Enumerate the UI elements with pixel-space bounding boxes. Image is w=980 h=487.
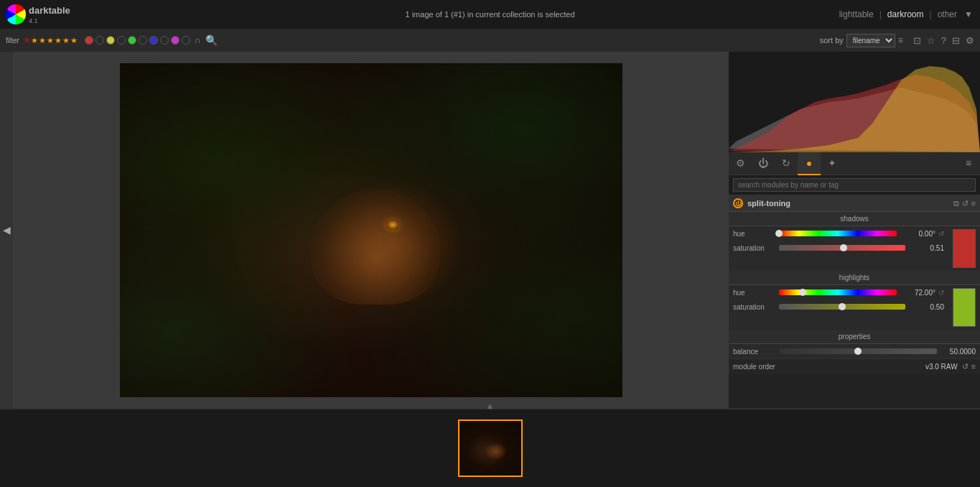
expand-icon[interactable]: ⊡ xyxy=(913,35,921,46)
highlights-hue-thumb[interactable] xyxy=(799,289,806,296)
shadows-hue-row: hue 0.00° ↺ xyxy=(729,226,948,241)
shadows-hue-reset[interactable]: ↺ xyxy=(938,230,944,238)
sort-section: sort by filename date rating ≡ xyxy=(820,34,903,47)
highlights-hue-label: hue xyxy=(733,289,776,297)
favorite-icon[interactable]: ☆ xyxy=(927,35,935,46)
sort-dropdown[interactable]: filename date rating xyxy=(846,34,895,47)
shadows-sat-value: 0.51 xyxy=(908,244,944,252)
filter-label: filter xyxy=(6,37,19,45)
intersect-icon[interactable]: ∩ xyxy=(195,35,201,45)
highlights-sat-thumb[interactable] xyxy=(839,303,846,310)
module-action-icons: ⧉ ↺ ≡ xyxy=(953,199,976,208)
tab-color[interactable]: ● xyxy=(798,152,821,175)
highlights-swatch-area: hue 72.00° ↺ saturation xyxy=(729,285,980,330)
nav-dropdown-button[interactable]: ▼ xyxy=(963,9,974,20)
nav-sep-1: | xyxy=(879,9,882,19)
star-2[interactable]: ★ xyxy=(39,36,46,45)
module-search-input[interactable] xyxy=(733,178,976,192)
tab-menu[interactable]: ≡ xyxy=(957,152,980,175)
darkroom-link[interactable]: darkroom xyxy=(887,9,924,19)
lighttable-link[interactable]: lighttable xyxy=(839,9,874,19)
highlights-hue-track xyxy=(779,289,897,295)
other-link[interactable]: other xyxy=(938,9,957,19)
color-filter-empty5[interactable] xyxy=(182,36,190,45)
star-6[interactable]: ★ xyxy=(70,36,78,45)
properties-section-header: properties xyxy=(729,330,980,344)
module-menu-icon[interactable]: ≡ xyxy=(971,199,976,208)
balance-slider[interactable] xyxy=(779,346,937,356)
right-panel: ⚙ ⏻ ↻ ● ✦ ≡ ⏻ split-toning ⧉ ↺ ≡ xyxy=(729,52,980,408)
prev-image-button[interactable]: ◀ xyxy=(0,52,13,408)
highlights-saturation-row: saturation 0.50 xyxy=(729,300,948,314)
module-order-reset-icon[interactable]: ↺ xyxy=(962,362,969,371)
shadows-hue-slider[interactable] xyxy=(779,228,897,238)
cat-face xyxy=(311,190,440,305)
color-filter-green[interactable] xyxy=(128,36,136,45)
shadows-hue-label: hue xyxy=(733,230,776,238)
color-filter-purple[interactable] xyxy=(171,36,179,45)
star-3[interactable]: ★ xyxy=(47,36,54,45)
module-order-menu-icon[interactable]: ≡ xyxy=(971,362,976,371)
shadows-color-swatch[interactable] xyxy=(953,229,976,268)
highlights-block: highlights hue 72.00° ↺ xyxy=(729,271,980,330)
reject-icon[interactable]: ✕ xyxy=(24,36,30,45)
histogram xyxy=(729,52,980,152)
highlights-color-swatch[interactable] xyxy=(953,288,976,327)
nav-links: lighttable | darkroom | other ▼ xyxy=(839,9,974,20)
module-reset-icon[interactable]: ↺ xyxy=(962,199,969,208)
metadata-icon[interactable]: ⊟ xyxy=(952,35,960,46)
search-button[interactable]: 🔍 xyxy=(205,34,218,46)
shadows-section-header: shadows xyxy=(729,212,980,226)
shadows-params: hue 0.00° ↺ saturation xyxy=(729,226,948,255)
highlights-hue-slider[interactable] xyxy=(779,287,897,297)
thumb-image xyxy=(459,421,521,476)
shadows-sat-thumb[interactable] xyxy=(840,244,847,251)
sort-asc-icon[interactable]: ≡ xyxy=(898,35,903,45)
shadows-saturation-row: saturation 0.51 xyxy=(729,241,948,255)
tab-active[interactable]: ⏻ xyxy=(752,152,775,175)
module-tabs: ⚙ ⏻ ↻ ● ✦ ≡ xyxy=(729,152,980,175)
main-content: ◀ ▶ ⚙ ⏻ xyxy=(0,52,980,408)
highlights-hue-reset[interactable]: ↺ xyxy=(938,289,944,297)
star-rating-filter[interactable]: ✕ ★ ★ ★ ★ ★ ★ xyxy=(24,36,78,45)
help-icon[interactable]: ? xyxy=(941,35,946,46)
shadows-sat-label: saturation xyxy=(733,244,776,252)
color-label-filters xyxy=(85,36,190,45)
settings-icon[interactable]: ⚙ xyxy=(966,35,974,46)
star-1[interactable]: ★ xyxy=(31,36,38,45)
color-filter-yellow[interactable] xyxy=(106,36,115,45)
main-image xyxy=(120,63,622,397)
tab-correct[interactable]: ✦ xyxy=(821,152,844,175)
toolbar-icons: ⊡ ☆ ? ⊟ ⚙ xyxy=(913,35,974,46)
cat-eye xyxy=(386,220,399,230)
split-toning-power-button[interactable]: ⏻ xyxy=(733,198,743,208)
module-copy-icon[interactable]: ⧉ xyxy=(953,199,959,208)
color-filter-empty4[interactable] xyxy=(160,36,169,45)
balance-thumb[interactable] xyxy=(854,348,862,355)
shadows-block: shadows hue 0.00° ↺ xyxy=(729,212,980,271)
tab-presets[interactable]: ↻ xyxy=(775,152,798,175)
shadows-hue-track xyxy=(779,231,897,236)
shadows-swatch-area: hue 0.00° ↺ saturation xyxy=(729,226,980,271)
filmstrip-toggle[interactable]: ▲ xyxy=(486,401,495,411)
shadows-hue-thumb[interactable] xyxy=(775,230,783,237)
star-4[interactable]: ★ xyxy=(55,36,62,45)
filmstrip: ▲ xyxy=(0,408,980,487)
highlights-sat-slider[interactable] xyxy=(779,302,905,312)
tab-parametric[interactable]: ⚙ xyxy=(729,152,752,175)
balance-label: balance xyxy=(733,348,776,356)
color-filter-blue[interactable] xyxy=(149,36,158,45)
highlights-sat-label: saturation xyxy=(733,303,776,311)
image-area xyxy=(13,52,729,408)
app-version: 4.1 xyxy=(29,17,70,24)
app-name: darktable xyxy=(29,5,70,16)
color-filter-empty1[interactable] xyxy=(95,36,104,45)
filmstrip-thumbnail[interactable] xyxy=(458,419,523,477)
color-filter-empty3[interactable] xyxy=(139,36,147,45)
split-toning-panel: ⏻ split-toning ⧉ ↺ ≡ shadows hue xyxy=(729,195,980,358)
highlights-sat-value: 0.50 xyxy=(908,303,944,311)
star-5[interactable]: ★ xyxy=(62,36,70,45)
color-filter-empty2[interactable] xyxy=(117,36,126,45)
color-filter-red[interactable] xyxy=(85,36,93,45)
shadows-sat-slider[interactable] xyxy=(779,243,905,253)
